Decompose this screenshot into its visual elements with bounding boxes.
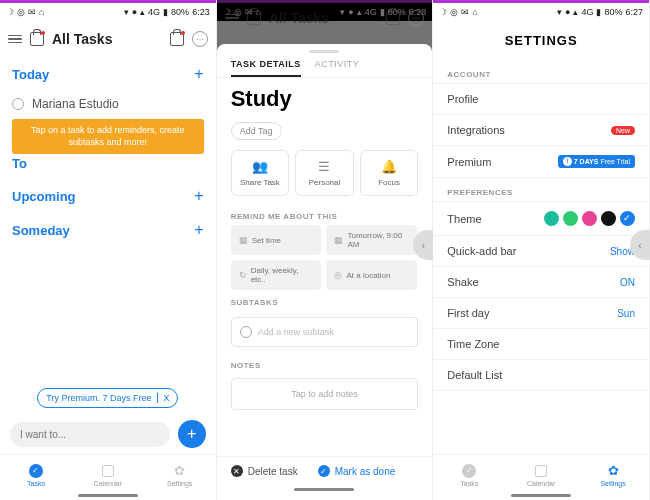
notes-input[interactable]: Tap to add notes — [231, 378, 419, 410]
location-icon: ◎ — [334, 270, 342, 280]
delete-task-button[interactable]: ✕Delete task — [231, 465, 298, 477]
clock-icon: ▦ — [239, 235, 248, 245]
page-title: SETTINGS — [433, 21, 649, 60]
section-tomorrow[interactable]: To — [0, 156, 216, 179]
theme-row[interactable]: Theme — [433, 202, 649, 236]
tab-calendar[interactable]: Calendar — [72, 455, 144, 494]
quick-add-input[interactable] — [10, 422, 170, 447]
bag-icon[interactable] — [30, 32, 44, 46]
add-fab[interactable]: + — [178, 420, 206, 448]
timezone-row[interactable]: Time Zone — [433, 329, 649, 360]
more-icon[interactable]: ⋯ — [192, 31, 208, 47]
color-swatch-selected[interactable] — [620, 211, 635, 226]
tab-tasks[interactable]: ✓Tasks — [433, 455, 505, 494]
mark-done-button[interactable]: ✓Mark as done — [318, 465, 396, 477]
home-indicator — [294, 488, 354, 491]
tab-calendar[interactable]: Calendar — [505, 455, 577, 494]
drag-handle[interactable] — [309, 50, 339, 53]
screen-tasks-list: ☽◎✉⌂ ▾●▴4G▮80%6:23 All Tasks ⋯ Today+ Ma… — [0, 0, 217, 500]
set-time-button[interactable]: ▦Set time — [231, 225, 322, 255]
repeat-icon: ↻ — [239, 270, 247, 280]
integrations-row[interactable]: IntegrationsNew — [433, 115, 649, 146]
section-someday[interactable]: Someday+ — [0, 213, 216, 247]
calendar-icon: ▦ — [334, 235, 343, 245]
check-icon: ✓ — [318, 465, 330, 477]
color-swatch[interactable] — [544, 211, 559, 226]
quick-add-bar: + — [0, 414, 216, 454]
premium-badge: i7 DAYS Free Trial — [558, 155, 635, 168]
preferences-heading: PREFERENCES — [433, 178, 649, 202]
chevron-left-icon[interactable]: ‹ — [413, 230, 433, 260]
home-indicator — [78, 494, 138, 497]
firstday-row[interactable]: First daySun — [433, 298, 649, 329]
task-sheet: TASK DETAILS ACTIVITY Study Add Tag 👥Sha… — [217, 44, 433, 500]
tab-details[interactable]: TASK DETAILS — [231, 59, 301, 77]
remind-heading: REMIND ME ABOUT THIS — [217, 204, 433, 225]
task-row[interactable]: Mariana Estudio — [0, 91, 216, 117]
plus-icon[interactable]: + — [194, 65, 203, 83]
x-icon: ✕ — [231, 465, 243, 477]
list-icon: ☰ — [300, 159, 349, 174]
checkbox-icon — [240, 326, 252, 338]
screen-task-detail: ☽◎✉⌂ ▾●▴4G▮80%6:28 All Tasks ⋯ TASK DETA… — [217, 0, 434, 500]
color-swatch[interactable] — [582, 211, 597, 226]
plus-icon[interactable]: + — [194, 187, 203, 205]
account-heading: ACCOUNT — [433, 60, 649, 84]
close-icon[interactable]: X — [157, 393, 169, 403]
set-location-button[interactable]: ◎At a location — [326, 260, 417, 290]
tab-activity[interactable]: ACTIVITY — [315, 59, 360, 77]
status-bar: ☽◎✉⌂ ▾●▴4G▮80%6:23 — [0, 3, 216, 21]
task-title[interactable]: Study — [217, 78, 433, 120]
tab-settings[interactable]: ✿Settings — [577, 455, 649, 494]
premium-promo[interactable]: Try Premium. 7 Days FreeX — [37, 388, 178, 408]
list-button[interactable]: ☰Personal — [295, 150, 354, 196]
section-upcoming[interactable]: Upcoming+ — [0, 179, 216, 213]
profile-row[interactable]: Profile — [433, 84, 649, 115]
add-subtask-input[interactable]: Add a new subtask — [231, 317, 419, 347]
bell-icon: 🔔 — [365, 159, 414, 174]
color-swatch[interactable] — [601, 211, 616, 226]
section-today[interactable]: Today+ — [0, 57, 216, 91]
status-bar: ☽◎✉⌂ ▾●▴4G▮80%6:27 — [433, 3, 649, 21]
new-badge: New — [611, 126, 635, 135]
bottom-nav: ✓Tasks Calendar ✿Settings — [433, 454, 649, 494]
home-indicator — [511, 494, 571, 497]
share-task-button[interactable]: 👥Share Task — [231, 150, 290, 196]
hint-tooltip: Tap on a task to add reminders, create s… — [12, 119, 204, 154]
screen-settings: ☽◎✉⌂ ▾●▴4G▮80%6:27 SETTINGS ACCOUNT Prof… — [433, 0, 650, 500]
share-icon: 👥 — [236, 159, 285, 174]
plus-icon[interactable]: + — [194, 221, 203, 239]
color-swatch[interactable] — [563, 211, 578, 226]
header: All Tasks ⋯ — [0, 21, 216, 57]
premium-row[interactable]: Premiumi7 DAYS Free Trial — [433, 146, 649, 178]
tab-settings[interactable]: ✿Settings — [144, 455, 216, 494]
menu-icon[interactable] — [8, 35, 22, 44]
bag-icon-2[interactable] — [170, 32, 184, 46]
subtasks-heading: SUBTASKS — [217, 290, 433, 311]
defaultlist-row[interactable]: Default List — [433, 360, 649, 391]
add-tag-button[interactable]: Add Tag — [231, 122, 282, 140]
set-date-button[interactable]: ▦Tomorrow, 9:00 AM — [326, 225, 417, 255]
theme-swatches — [544, 211, 635, 226]
page-title: All Tasks — [52, 31, 162, 47]
focus-button[interactable]: 🔔Focus — [360, 150, 419, 196]
quickadd-row[interactable]: Quick-add barShow — [433, 236, 649, 267]
tab-tasks[interactable]: ✓Tasks — [0, 455, 72, 494]
shake-row[interactable]: ShakeON — [433, 267, 649, 298]
checkbox-icon[interactable] — [12, 98, 24, 110]
bottom-nav: ✓Tasks Calendar ✿Settings — [0, 454, 216, 494]
set-repeat-button[interactable]: ↻Daily, weekly, etc.. — [231, 260, 322, 290]
notes-heading: NOTES — [217, 353, 433, 374]
